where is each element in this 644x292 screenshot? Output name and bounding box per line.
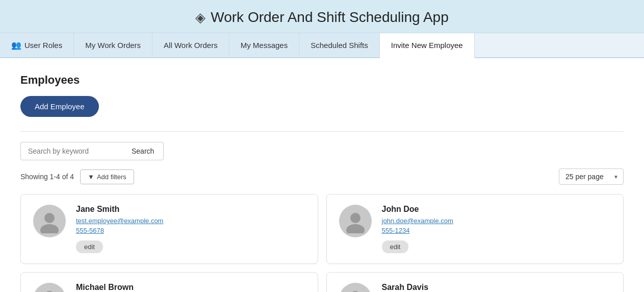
app-header: ◈ Work Order And Shift Scheduling App bbox=[0, 0, 644, 33]
page-title: Employees bbox=[20, 74, 624, 87]
edit-button-john-doe[interactable]: edit bbox=[382, 240, 409, 253]
employee-email[interactable]: test.employee@example.com bbox=[76, 217, 163, 225]
add-employee-button[interactable]: Add Employee bbox=[20, 96, 99, 117]
svg-point-1 bbox=[40, 224, 59, 233]
svg-point-0 bbox=[44, 213, 55, 223]
employee-name: John Doe bbox=[382, 205, 453, 214]
filter-row: Showing 1-4 of 4 ▼ Add filters 10 per pa… bbox=[20, 168, 624, 185]
employee-phone[interactable]: 555-5678 bbox=[76, 227, 163, 234]
per-page-wrapper: 10 per page 25 per page 50 per page 100 … bbox=[559, 168, 624, 185]
employee-email[interactable]: john.doe@example.com bbox=[382, 217, 453, 225]
employee-info-jane-smith: Jane Smith test.employee@example.com 555… bbox=[76, 205, 163, 253]
avatar-jane-smith bbox=[33, 205, 66, 237]
nav-item-all-work-orders[interactable]: All Work Orders bbox=[152, 33, 229, 57]
search-bar: Search bbox=[20, 142, 624, 160]
employee-name: Jane Smith bbox=[76, 205, 163, 214]
app-logo-icon: ◈ bbox=[195, 10, 205, 26]
nav-item-user-roles[interactable]: 👥 User Roles bbox=[0, 33, 74, 57]
employee-card-michael-brown: Michael Brown bbox=[20, 272, 318, 292]
filter-left: Showing 1-4 of 4 ▼ Add filters bbox=[20, 169, 134, 184]
edit-button-jane-smith[interactable]: edit bbox=[76, 240, 103, 253]
search-button[interactable]: Search bbox=[122, 142, 164, 160]
nav-item-invite-new-employee[interactable]: Invite New Employee bbox=[380, 33, 475, 58]
avatar-sarah-davis bbox=[339, 283, 372, 292]
nav-bar: 👥 User Roles My Work Orders All Work Ord… bbox=[0, 33, 644, 58]
per-page-select[interactable]: 10 per page 25 per page 50 per page 100 … bbox=[559, 168, 624, 185]
nav-item-scheduled-shifts[interactable]: Scheduled Shifts bbox=[299, 33, 380, 57]
search-input[interactable] bbox=[20, 142, 122, 160]
main-content: Employees Add Employee Search Showing 1-… bbox=[0, 58, 644, 292]
employee-info-michael-brown: Michael Brown bbox=[76, 283, 134, 292]
employee-info-john-doe: John Doe john.doe@example.com 555-1234 e… bbox=[382, 205, 453, 253]
app-title: ◈ Work Order And Shift Scheduling App bbox=[10, 9, 634, 26]
svg-point-3 bbox=[346, 224, 365, 233]
employee-phone[interactable]: 555-1234 bbox=[382, 227, 453, 234]
employee-name: Michael Brown bbox=[76, 283, 134, 292]
employee-card-jane-smith: Jane Smith test.employee@example.com 555… bbox=[20, 194, 318, 264]
add-filters-button[interactable]: ▼ Add filters bbox=[80, 169, 134, 184]
employee-card-john-doe: John Doe john.doe@example.com 555-1234 e… bbox=[326, 194, 624, 264]
user-roles-icon: 👥 bbox=[11, 40, 21, 50]
avatar-michael-brown bbox=[33, 283, 66, 292]
divider bbox=[20, 131, 624, 132]
svg-point-2 bbox=[350, 213, 360, 223]
employee-card-sarah-davis: Sarah Davis bbox=[326, 272, 624, 292]
nav-item-my-work-orders[interactable]: My Work Orders bbox=[74, 33, 152, 57]
filter-icon: ▼ bbox=[88, 173, 94, 181]
nav-item-my-messages[interactable]: My Messages bbox=[229, 33, 300, 57]
employee-name: Sarah Davis bbox=[382, 283, 429, 292]
avatar-john-doe bbox=[339, 205, 372, 237]
employee-cards-grid: Jane Smith test.employee@example.com 555… bbox=[20, 194, 624, 292]
showing-text: Showing 1-4 of 4 bbox=[20, 173, 74, 181]
employee-info-sarah-davis: Sarah Davis bbox=[382, 283, 429, 292]
